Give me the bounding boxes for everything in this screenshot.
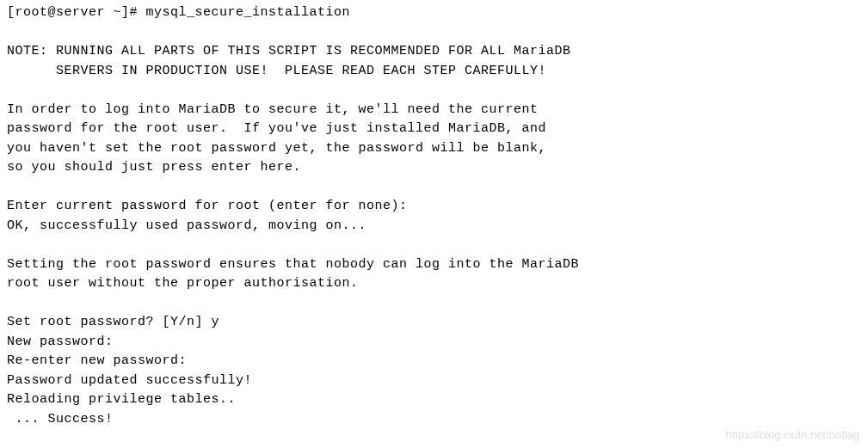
setting-line-1: Setting the root password ensures that n… xyxy=(7,257,579,272)
reloading-line: Reloading privilege tables.. xyxy=(7,392,236,407)
intro-line-1: In order to log into MariaDB to secure i… xyxy=(7,102,539,117)
new-password-prompt: New password: xyxy=(7,334,114,349)
note-line-2: SERVERS IN PRODUCTION USE! PLEASE READ E… xyxy=(7,64,546,78)
password-updated: Password updated successfully! xyxy=(7,373,252,388)
note-line-1: NOTE: RUNNING ALL PARTS OF THIS SCRIPT I… xyxy=(7,44,571,58)
watermark-text: https://blog.csdn.net/noflag xyxy=(726,427,859,444)
setting-line-2: root user without the proper authorisati… xyxy=(7,276,359,291)
success-line: ... Success! xyxy=(7,412,114,427)
enter-password-prompt: Enter current password for root (enter f… xyxy=(7,199,408,213)
reenter-password-prompt: Re-enter new password: xyxy=(7,353,187,368)
intro-line-3: you haven't set the root password yet, t… xyxy=(7,141,546,156)
intro-line-4: so you should just press enter here. xyxy=(7,160,301,175)
intro-line-2: password for the root user. If you've ju… xyxy=(7,121,546,136)
ok-line: OK, successfully used password, moving o… xyxy=(7,218,366,233)
set-root-prompt: Set root password? [Y/n] y xyxy=(7,315,219,329)
terminal-output[interactable]: [root@server ~]# mysql_secure_installati… xyxy=(7,3,861,429)
prompt-line: [root@server ~]# mysql_secure_installati… xyxy=(7,5,350,20)
